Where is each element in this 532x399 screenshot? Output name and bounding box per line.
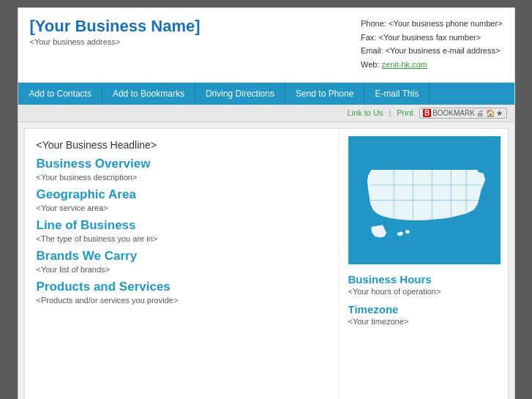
page-wrapper: [Your Business Name] <Your business addr… bbox=[18, 7, 515, 399]
toolbar-separator: | bbox=[389, 108, 391, 117]
print-button[interactable]: Print bbox=[397, 108, 413, 117]
section-title-4: Products and Services bbox=[37, 280, 327, 294]
bookmark-button[interactable]: B BOOKMARK 🖨 🏠 ★ bbox=[419, 108, 507, 119]
nav-driving-directions[interactable]: Driving Directions bbox=[195, 83, 285, 105]
header-left: [Your Business Name] <Your business addr… bbox=[30, 17, 201, 46]
section-desc-3: <Your list of brands> bbox=[37, 265, 327, 274]
bookmark-icons: 🖨 🏠 ★ bbox=[476, 109, 503, 117]
business-name: [Your Business Name] bbox=[30, 17, 201, 36]
bookmark-b-icon: B bbox=[423, 109, 431, 117]
nav-send-to-phone[interactable]: Send to Phone bbox=[285, 83, 364, 105]
header-right: Phone: <Your business phone number> Fax:… bbox=[361, 17, 502, 72]
content-right: Business Hours <Your hours of operation>… bbox=[340, 129, 508, 399]
section-title-0: Business Overview bbox=[37, 157, 327, 171]
web-link[interactable]: zenit-hk.com bbox=[382, 60, 427, 69]
us-map bbox=[348, 136, 501, 264]
section-title-1: Geographic Area bbox=[37, 187, 327, 202]
section-title-3: Brands We Carry bbox=[37, 249, 327, 264]
nav-add-bookmarks[interactable]: Add to Bookmarks bbox=[102, 83, 195, 105]
nav-email-this[interactable]: E-mail This bbox=[364, 83, 430, 105]
bookmark-label: BOOKMARK bbox=[432, 109, 475, 117]
header: [Your Business Name] <Your business addr… bbox=[18, 8, 514, 83]
web-label: Web: bbox=[361, 60, 379, 69]
section-desc-2: <The type of business you are in> bbox=[37, 234, 327, 243]
phone-info: Phone: <Your business phone number> bbox=[361, 17, 502, 31]
section-desc-1: <Your service area> bbox=[37, 204, 327, 212]
nav-add-contacts[interactable]: Add to Contacts bbox=[18, 83, 102, 105]
sidebar-section-title-1: Timezone bbox=[348, 303, 499, 316]
section-desc-0: <Your business description> bbox=[37, 173, 327, 182]
toolbar: Link to Us | Print B BOOKMARK 🖨 🏠 ★ bbox=[18, 105, 514, 122]
section-title-2: Line of Business bbox=[37, 218, 327, 233]
section-desc-4: <Products and/or services you provide> bbox=[37, 296, 327, 305]
email-info: Email: <Your business e-mail address> bbox=[361, 44, 502, 58]
business-address: <Your business address> bbox=[30, 37, 201, 46]
business-headline: <Your Business Headline> bbox=[37, 139, 327, 151]
sidebar-section-desc-1: <Your timezone> bbox=[348, 317, 499, 326]
link-to-us-button[interactable]: Link to Us bbox=[348, 108, 383, 117]
main-content: <Your Business Headline> Business Overvi… bbox=[24, 128, 509, 399]
fax-info: Fax: <Your business fax number> bbox=[361, 31, 502, 45]
sidebar-section-title-0: Business Hours bbox=[348, 273, 499, 286]
web-info: Web: zenit-hk.com bbox=[361, 58, 502, 72]
sidebar-section-desc-0: <Your hours of operation> bbox=[348, 287, 499, 296]
navbar: Add to Contacts Add to Bookmarks Driving… bbox=[18, 83, 514, 105]
us-map-svg bbox=[348, 136, 501, 264]
content-left: <Your Business Headline> Business Overvi… bbox=[25, 129, 340, 399]
